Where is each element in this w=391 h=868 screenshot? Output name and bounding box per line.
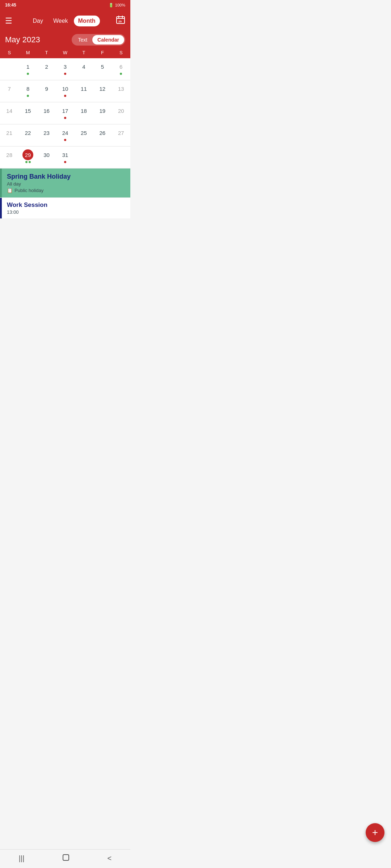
- day-26[interactable]: 26: [93, 124, 112, 146]
- day-12[interactable]: 12: [93, 80, 112, 102]
- day-24[interactable]: 24: [56, 124, 74, 146]
- day-9[interactable]: 9: [37, 80, 56, 102]
- day-6[interactable]: 6: [112, 58, 130, 80]
- dow-sat: S: [112, 49, 130, 56]
- status-icons: 🔋 100%: [109, 3, 125, 8]
- day-22[interactable]: 22: [18, 124, 37, 146]
- calendar-week-4: 21 22 23 24 25 26 27: [0, 124, 130, 146]
- spring-bank-time: All day: [7, 181, 71, 187]
- day-5[interactable]: 5: [93, 58, 112, 80]
- calendar-grid: 0 1 2 3 4 5 6 7 8 9 10 11 12 13 14 15 16…: [0, 58, 130, 169]
- day-16[interactable]: 16: [37, 102, 56, 124]
- day-31[interactable]: 31: [56, 146, 74, 168]
- day-19[interactable]: 19: [93, 102, 112, 124]
- empty-space: [0, 218, 130, 327]
- day-2[interactable]: 2: [37, 58, 56, 80]
- event-list: Spring Bank Holiday All day 📋 Public hol…: [0, 169, 130, 218]
- text-toggle-button[interactable]: Text: [73, 35, 92, 44]
- calendar-week-1: 0 1 2 3 4 5 6: [0, 58, 130, 80]
- day-30[interactable]: 30: [37, 146, 56, 168]
- day-10[interactable]: 10: [56, 80, 74, 102]
- spring-bank-tag: 📋 Public holiday: [7, 188, 71, 193]
- calendar-toggle-button[interactable]: Calendar: [92, 35, 124, 44]
- menu-icon[interactable]: ☰: [5, 16, 12, 26]
- day-20[interactable]: 20: [112, 102, 130, 124]
- day-empty-1: 0: [0, 58, 18, 80]
- status-time: 16:45: [5, 3, 16, 8]
- view-toggle: Text Calendar: [72, 34, 125, 46]
- day-29[interactable]: 29: [18, 146, 37, 168]
- dow-sun: S: [0, 49, 18, 56]
- day-1[interactable]: 1: [18, 58, 37, 80]
- calendar-week-3: 14 15 16 17 18 19 20: [0, 102, 130, 124]
- holiday-icon: 📋: [7, 188, 13, 193]
- battery-level: 100%: [115, 3, 125, 7]
- dow-wed: W: [56, 49, 74, 56]
- day-13[interactable]: 13: [112, 80, 130, 102]
- day-18[interactable]: 18: [75, 102, 93, 124]
- svg-text:29: 29: [118, 20, 122, 23]
- work-session-event[interactable]: Work Session 13:00: [0, 197, 130, 218]
- work-session-time: 13:00: [7, 209, 47, 215]
- dow-tue: T: [37, 49, 56, 56]
- month-title: May 2023: [5, 35, 40, 44]
- calendar-week-2: 7 8 9 10 11 12 13: [0, 80, 130, 102]
- spring-bank-event[interactable]: Spring Bank Holiday All day 📋 Public hol…: [0, 169, 130, 197]
- week-view-button[interactable]: Week: [49, 16, 72, 26]
- calendar-icon[interactable]: 29: [116, 15, 125, 27]
- day-21[interactable]: 21: [0, 124, 18, 146]
- dow-thu: T: [75, 49, 93, 56]
- day-23[interactable]: 23: [37, 124, 56, 146]
- calendar-week-5: 28 29 30 31 0 0 0: [0, 146, 130, 169]
- day-11[interactable]: 11: [75, 80, 93, 102]
- day-8[interactable]: 8: [18, 80, 37, 102]
- work-session-title: Work Session: [7, 201, 47, 209]
- day-17[interactable]: 17: [56, 102, 74, 124]
- day-view-button[interactable]: Day: [28, 16, 47, 26]
- toolbar: ☰ Day Week Month 29: [0, 10, 130, 32]
- month-header: May 2023 Text Calendar: [0, 32, 130, 49]
- day-7[interactable]: 7: [0, 80, 18, 102]
- status-bar: 16:45 🔋 100%: [0, 0, 130, 10]
- day-of-week-header: S M T W T F S: [0, 49, 130, 58]
- day-4[interactable]: 4: [75, 58, 93, 80]
- day-25[interactable]: 25: [75, 124, 93, 146]
- day-empty-4: 0: [112, 146, 130, 168]
- day-3[interactable]: 3: [56, 58, 74, 80]
- view-switcher: Day Week Month: [28, 16, 100, 26]
- day-empty-2: 0: [75, 146, 93, 168]
- spring-bank-title: Spring Bank Holiday: [7, 173, 71, 180]
- day-28[interactable]: 28: [0, 146, 18, 168]
- day-14[interactable]: 14: [0, 102, 18, 124]
- month-view-button[interactable]: Month: [74, 16, 100, 26]
- day-27[interactable]: 27: [112, 124, 130, 146]
- dow-fri: F: [93, 49, 112, 56]
- day-empty-3: 0: [93, 146, 112, 168]
- dow-mon: M: [18, 49, 37, 56]
- day-15[interactable]: 15: [18, 102, 37, 124]
